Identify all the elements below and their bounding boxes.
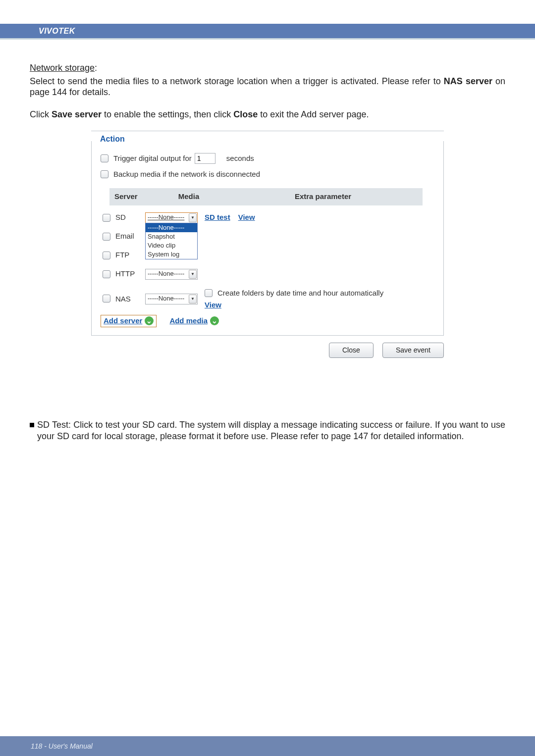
checkbox-ftp[interactable] bbox=[103, 252, 110, 259]
th-server: Server bbox=[109, 192, 154, 202]
add-media-button[interactable]: Add media ⌄ bbox=[169, 316, 219, 326]
media-sd-value: -----None----- bbox=[146, 213, 189, 221]
media-select-http[interactable]: -----None----- ▼ bbox=[145, 269, 198, 280]
footer-text: 118 - User's Manual bbox=[31, 742, 93, 750]
add-server-button[interactable]: Add server ⌄ bbox=[101, 315, 157, 327]
checkbox-sd[interactable] bbox=[103, 214, 110, 222]
trigger-seconds-input[interactable] bbox=[195, 153, 215, 164]
p2-bold-1: Save server bbox=[52, 109, 102, 119]
chevron-down-icon: ▼ bbox=[189, 213, 197, 222]
plus-icon: ⌄ bbox=[145, 316, 154, 325]
p2-b: to enable the settings, then click bbox=[102, 109, 233, 119]
section-title: Network storage bbox=[30, 63, 95, 73]
table-row: HTTP -----None----- ▼ bbox=[103, 267, 431, 282]
add-row: Add server ⌄ Add media ⌄ bbox=[101, 315, 431, 327]
th-media: Media bbox=[154, 192, 223, 202]
dropdown-option[interactable]: -----None----- bbox=[146, 223, 197, 232]
p1-a: Select to send the media files to a netw… bbox=[30, 76, 444, 86]
checkbox-http[interactable] bbox=[103, 270, 110, 278]
checkbox-backup[interactable] bbox=[101, 170, 108, 178]
panel-legend: Action bbox=[100, 134, 130, 144]
view-link[interactable]: View bbox=[205, 301, 221, 309]
trigger-label-a: Trigger digital output for bbox=[113, 154, 192, 163]
view-link[interactable]: View bbox=[238, 213, 255, 222]
checkbox-create-folders[interactable] bbox=[205, 289, 213, 297]
checkbox-email[interactable] bbox=[103, 233, 110, 241]
table-row: SD -----None----- ▼ -----None----- Snaps… bbox=[103, 210, 431, 225]
dropdown-option[interactable]: Snapshot bbox=[146, 232, 197, 241]
save-event-button[interactable]: Save event bbox=[382, 343, 444, 358]
brand-logo: VIVOTEK bbox=[39, 27, 75, 36]
p2-c: to exit the Add server page. bbox=[258, 109, 369, 119]
page-footer: 118 - User's Manual bbox=[0, 736, 535, 756]
media-http-value: -----None----- bbox=[146, 270, 189, 278]
header-bar bbox=[0, 24, 535, 40]
server-sd: SD bbox=[115, 213, 145, 222]
backup-label: Backup media if the network is disconnec… bbox=[113, 170, 260, 179]
p2-bold-2: Close bbox=[233, 109, 258, 119]
checkbox-nas[interactable] bbox=[103, 295, 110, 302]
server-email: Email bbox=[115, 232, 145, 241]
p1-bold: NAS server bbox=[444, 76, 492, 86]
close-button[interactable]: Close bbox=[329, 343, 374, 358]
media-dropdown[interactable]: -----None----- Snapshot Video clip Syste… bbox=[145, 223, 198, 259]
action-panel: Action Trigger digital output for second… bbox=[89, 131, 446, 358]
server-nas: NAS bbox=[115, 295, 145, 304]
add-server-label: Add server bbox=[104, 316, 142, 326]
table-header: Server Media Extra parameter bbox=[109, 188, 423, 205]
nas-create-label: Create folders by date time and hour aut… bbox=[217, 289, 383, 298]
th-extra: Extra parameter bbox=[223, 192, 423, 202]
page-content: Network storage: Select to send the medi… bbox=[30, 62, 505, 442]
bullet-icon bbox=[30, 423, 34, 427]
dropdown-option[interactable]: System log bbox=[146, 250, 197, 259]
media-select-sd[interactable]: -----None----- ▼ bbox=[145, 212, 198, 223]
add-media-label: Add media bbox=[169, 316, 208, 326]
section-colon: : bbox=[95, 63, 97, 73]
checkbox-trigger[interactable] bbox=[101, 154, 108, 162]
table-row: NAS -----None----- ▼ Create folders by d… bbox=[103, 289, 431, 310]
server-ftp: FTP bbox=[115, 251, 145, 260]
p2-a: Click bbox=[30, 109, 52, 119]
dropdown-option[interactable]: Video clip bbox=[146, 241, 197, 250]
server-http: HTTP bbox=[115, 269, 145, 279]
bullet-sd-test: SD Test: Click to test your SD card. The… bbox=[30, 419, 505, 442]
sd-test-link[interactable]: SD test bbox=[205, 213, 230, 222]
chevron-down-icon: ▼ bbox=[189, 270, 197, 279]
media-nas-value: -----None----- bbox=[146, 295, 189, 302]
bullet-sd-text: SD Test: Click to test your SD card. The… bbox=[37, 419, 505, 442]
trigger-label-b: seconds bbox=[226, 154, 254, 163]
dialog-buttons: Close Save event bbox=[89, 343, 446, 358]
chevron-down-icon: ▼ bbox=[189, 295, 197, 303]
plus-icon: ⌄ bbox=[210, 316, 219, 325]
media-select-nas[interactable]: -----None----- ▼ bbox=[145, 294, 198, 304]
